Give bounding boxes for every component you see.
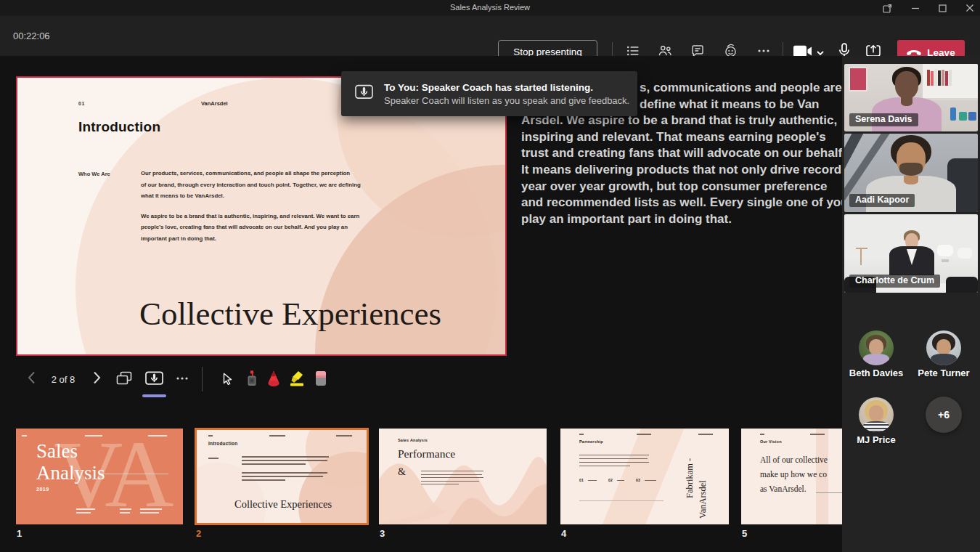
toast-subtitle: Speaker Coach will listen as you speak a…	[384, 95, 629, 106]
pen-tool-button[interactable]	[263, 368, 285, 391]
filmstrip-slide-1[interactable]: VA Sales Analysis 2019	[16, 429, 183, 524]
title-bar: Sales Analysis Review	[0, 0, 980, 16]
thumb-title-line: &	[398, 466, 406, 478]
slide-page-number: 01	[78, 101, 85, 106]
thumb-vertical-title: Fabrikam - VanArsdel	[685, 434, 709, 519]
avatar-pete-turner[interactable]	[926, 330, 961, 365]
current-slide[interactable]: 01 VanArsdel Introduction Who We Are Our…	[16, 76, 507, 356]
notes-line: It means delivering products that not on…	[521, 162, 835, 179]
thumb-text-line: as VanArsdel.	[760, 484, 807, 493]
thumb-title-line: Performance	[398, 447, 455, 460]
slide-more-options-button[interactable]	[171, 370, 193, 390]
active-tool-underline	[142, 394, 166, 397]
overflow-count: +6	[938, 409, 950, 421]
minimize-button[interactable]	[911, 4, 920, 12]
toast-title: To You: Speaker Coach has started listen…	[384, 82, 629, 93]
cup-decor	[959, 112, 967, 121]
table-decor	[856, 248, 867, 249]
maximize-button[interactable]	[939, 4, 947, 12]
thumb-rule	[579, 500, 663, 501]
thumb-item-number: 01	[579, 478, 584, 482]
slide-position-indicator: 2 of 8	[45, 368, 81, 390]
pop-out-icon[interactable]	[883, 4, 892, 13]
avatar-name-label: Pete Turner	[904, 368, 980, 378]
speaker-coach-toast[interactable]: To You: Speaker Coach has started listen…	[341, 71, 637, 116]
avatar-mj-price[interactable]	[859, 397, 894, 432]
thumb-title-line: Sales	[36, 440, 78, 463]
slide-brand-logo: VanArsdel	[201, 100, 228, 107]
notes-line: inspiring and relevant. That means earni…	[521, 129, 835, 146]
chair-decor	[957, 248, 972, 259]
slide-navigation-bar: 2 of 8	[0, 365, 508, 402]
meeting-toolbar: 00:22:06 Stop presenting	[0, 16, 980, 56]
slide-body-line: of our brand, through every interaction …	[141, 179, 361, 191]
slide-background: 01 VanArsdel Introduction Who We Are Our…	[17, 78, 505, 354]
close-button[interactable]	[965, 4, 974, 12]
thumb-year: 2019	[36, 487, 49, 492]
person-neck	[901, 97, 912, 106]
avatar-name-label: MJ Price	[836, 434, 916, 445]
table-decor	[860, 249, 862, 265]
teams-meeting-window: Sales Analysis Review 00:22:06 Stop pres…	[0, 0, 980, 552]
slide-body-line: We aspire to be a brand that is authenti…	[141, 211, 361, 222]
thumb-vertical-text: VanArsdel	[698, 434, 709, 519]
slide-body-line: important part in doing that.	[141, 233, 361, 245]
eraser-icon	[314, 370, 328, 390]
yellow-highlighter-icon	[288, 370, 306, 390]
thumb-item-number: 02	[608, 478, 613, 482]
slide-body-line: people's love, creating fans that will a…	[141, 222, 361, 233]
presenter-coach-icon	[144, 370, 164, 389]
slide-grid-button[interactable]	[113, 370, 136, 390]
presenter-coach-button[interactable]	[141, 370, 167, 390]
thumb-rule	[816, 492, 842, 493]
thumb-title-line: Analysis	[36, 462, 105, 484]
slide-body-text: Our products, services, communications, …	[141, 168, 361, 244]
participants-sidebar: Serena Davis Aadi Kapoor	[842, 56, 980, 552]
cursor-arrow-icon	[221, 372, 234, 389]
avatar-beth-davies[interactable]	[859, 330, 894, 365]
eraser-tool-button[interactable]	[309, 368, 332, 391]
cursor-tool-button[interactable]	[216, 368, 238, 391]
highlighter-tool-button[interactable]	[285, 368, 309, 391]
filmstrip-slide-2-selected[interactable]: Introduction Collective Experiences	[195, 428, 369, 525]
notes-line: play an important part in doing that.	[521, 211, 835, 228]
video-tile-aadi-kapoor[interactable]: Aadi Kapoor	[844, 134, 978, 212]
thumb-text-line: make up how we co	[760, 470, 827, 479]
laser-pointer-icon	[245, 370, 259, 390]
thumb-item-number: 03	[636, 478, 640, 482]
slide-title: Collective Experiences	[139, 296, 441, 333]
filmstrip-slide-3[interactable]: Sales Analysis Performance &	[379, 429, 547, 524]
ellipsis-icon	[175, 371, 189, 389]
slide-body-line: what it means to be VanArsdel.	[141, 190, 361, 202]
presentation-stage: 01 VanArsdel Introduction Who We Are Our…	[0, 56, 842, 552]
filmstrip-slide-5-number: 5	[742, 528, 747, 539]
meeting-timer: 00:22:06	[13, 31, 50, 41]
thumb-kicker: Sales Analysis	[398, 438, 428, 442]
overflow-participants-badge[interactable]: +6	[926, 397, 962, 433]
previous-slide-button[interactable]	[22, 368, 41, 390]
video-tile-charlotte-de-crum[interactable]: Charlotte de Crum	[844, 214, 978, 293]
thumb-heading: Introduction	[208, 441, 237, 446]
filmstrip-slide-5[interactable]: Our Vision All of our collective make up…	[741, 429, 842, 524]
chevron-right-icon	[93, 371, 101, 387]
red-pen-icon	[266, 370, 282, 390]
bookshelf-decor	[923, 64, 978, 100]
person-face	[895, 71, 918, 99]
filmstrip-slide-4[interactable]: Partnership 01 02 03 Fabrikam - VanArsde…	[560, 429, 729, 524]
thumb-header-mark	[148, 435, 167, 437]
participant-name-label: Charlotte de Crum	[849, 275, 940, 288]
slide-heading: Introduction	[78, 119, 160, 135]
notes-line: and recommended lists as well. Every sin…	[521, 195, 835, 211]
notes-line: year over year growth, but top consumer …	[521, 179, 835, 195]
chair-silhouette	[946, 277, 978, 293]
participant-name-label: Aadi Kapoor	[849, 194, 915, 207]
laser-pointer-tool-button[interactable]	[241, 368, 263, 391]
chair-decor	[937, 245, 953, 256]
speaker-coach-icon	[354, 84, 374, 104]
next-slide-button[interactable]	[87, 368, 106, 390]
filmstrip-slide-4-number: 4	[561, 528, 566, 539]
slide-body-line: Our products, services, communications, …	[141, 168, 361, 179]
cup-decor	[968, 112, 976, 121]
person-neck	[904, 176, 918, 184]
video-tile-serena-davis[interactable]: Serena Davis	[844, 64, 978, 131]
